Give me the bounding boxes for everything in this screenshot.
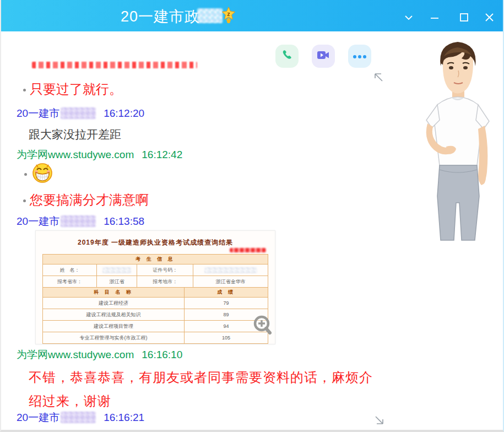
subject-column-header: 科 目 名 称 <box>43 288 185 297</box>
id-value-cell <box>193 264 268 276</box>
sender-name[interactable]: 20一建市 <box>17 412 59 423</box>
close-icon[interactable] <box>483 12 495 24</box>
contact-avatar <box>415 37 501 242</box>
message-timestamp: 16:12:42 <box>142 149 182 160</box>
message-bullet <box>24 173 27 176</box>
sender-line[interactable]: 为学网www.studywe.com16:16:10 <box>17 348 182 362</box>
sender-name[interactable]: 为学网www.studywe.com <box>17 149 134 160</box>
report-number-censored <box>230 248 266 252</box>
city-value: 浙江省金华市 <box>193 276 268 287</box>
subject-cell: 建设工程项目管理 <box>43 321 185 332</box>
province-label: 报考省市： <box>43 276 97 287</box>
sender-line[interactable]: 20一建市16:12:20 <box>17 106 144 121</box>
score-row: 建设工程法规及相关知识 89 <box>43 309 268 321</box>
message-timestamp: 16:16:21 <box>104 412 144 423</box>
grinning-teeth-emoji <box>32 163 53 186</box>
id-label: 证件号码： <box>137 264 193 276</box>
sender-line[interactable]: 为学网www.studywe.com16:12:42 <box>17 148 182 162</box>
sender-censored-patch <box>61 412 96 423</box>
name-label: 姓 名： <box>43 264 97 276</box>
score-table: 考 生 信 息 姓 名： 证件号码： 报考省市： 浙江省 报考地市： 浙江省金华… <box>42 254 268 344</box>
title-bar[interactable]: 20一建市政 z <box>1 0 503 31</box>
video-call-button[interactable] <box>312 45 335 68</box>
message-timestamp: 16:16:10 <box>142 349 182 360</box>
title-censored-patch <box>197 8 223 23</box>
score-row: 建设工程经济 79 <box>43 298 268 309</box>
window-title: 20一建市政 <box>121 7 200 26</box>
chat-message: 您要搞满分才满意啊 <box>30 191 149 209</box>
score-cell: 79 <box>185 298 268 309</box>
province-value: 浙江省 <box>97 276 137 287</box>
message-timestamp: 16:12:20 <box>104 107 144 119</box>
name-censored-patch <box>102 267 131 273</box>
cartoon-boy-avatar <box>415 37 501 242</box>
score-report-image[interactable]: 2019年度 一级建造师执业资格考试成绩查询结果 考 生 信 息 姓 名： 证件… <box>35 230 275 344</box>
sender-line[interactable]: 20一建市16:13:58 <box>17 214 144 229</box>
subject-cell: 建设工程经济 <box>43 298 185 309</box>
sender-name[interactable]: 20一建市 <box>17 107 59 119</box>
chevron-down-icon[interactable] <box>403 12 415 24</box>
score-report-title: 2019年度 一级建造师执业资格考试成绩查询结果 <box>36 238 275 247</box>
candidate-info-header: 考 生 信 息 <box>43 255 268 264</box>
minimize-icon[interactable] <box>429 12 441 24</box>
expand-arrow-down-right-icon[interactable] <box>373 415 384 428</box>
sender-name[interactable]: 20一建市 <box>17 215 59 227</box>
id-censored-patch <box>204 267 257 273</box>
maximize-icon[interactable] <box>458 12 470 24</box>
message-bullet <box>23 199 26 202</box>
ellipsis-icon <box>353 51 367 61</box>
chat-window: 20一建市政 z <box>0 0 504 432</box>
chat-message: 只要过了就行。 <box>30 80 122 98</box>
subject-cell: 专业工程管理与实务(市政工程) <box>43 332 185 343</box>
sender-censored-patch <box>61 107 96 119</box>
name-value-cell <box>97 264 137 276</box>
voice-call-button[interactable] <box>275 45 299 68</box>
svg-text:z: z <box>227 10 230 17</box>
message-timestamp: 16:13:58 <box>104 215 144 227</box>
more-actions-button[interactable] <box>348 45 371 68</box>
city-label: 报考地市： <box>137 276 193 287</box>
score-row: 建设工程项目管理 94 <box>43 321 268 332</box>
score-row: 专业工程管理与实务(市政工程) 105 <box>43 332 268 344</box>
video-camera-icon <box>316 48 330 64</box>
sender-line[interactable]: 20一建市16:16:21 <box>17 411 144 425</box>
message-bullet <box>23 89 26 91</box>
sender-name[interactable]: 为学网www.studywe.com <box>17 349 134 360</box>
zoom-magnifier-icon[interactable] <box>252 314 274 339</box>
subject-cell: 建设工程法规及相关知识 <box>43 309 185 320</box>
chat-message: 不错，恭喜恭喜，有朋友或者同事需要资料的话，麻烦介绍过来，谢谢 <box>29 365 378 413</box>
score-column-header: 成 绩 <box>185 288 268 297</box>
star-badge-icon: z <box>221 7 236 26</box>
collapse-arrow-up-left-icon[interactable] <box>373 72 384 85</box>
clipped-message-fragment <box>32 62 197 68</box>
phone-icon <box>280 48 294 64</box>
sender-censored-patch <box>61 215 96 227</box>
chat-message: 跟大家没拉开差距 <box>29 127 121 142</box>
